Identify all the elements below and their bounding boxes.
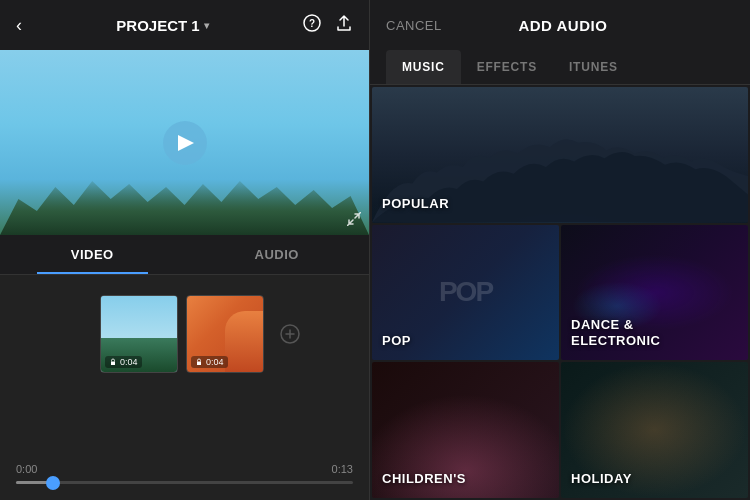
- svg-rect-3: [197, 362, 201, 366]
- time-end: 0:13: [332, 463, 353, 475]
- clip-1[interactable]: 0:04: [100, 295, 178, 373]
- add-audio-title: ADD AUDIO: [518, 17, 607, 34]
- progress-thumb[interactable]: [46, 476, 60, 490]
- timeline-area: 0:04 0:04 0:00 0:13: [0, 275, 369, 500]
- sub-tab-music[interactable]: MUSIC: [386, 50, 461, 84]
- time-start: 0:00: [16, 463, 37, 475]
- expand-icon[interactable]: [347, 212, 361, 229]
- lock-icon-2: [195, 358, 203, 366]
- clips-row: 0:04 0:04: [0, 275, 369, 373]
- svg-text:?: ?: [309, 18, 315, 29]
- popular-label: POPULAR: [382, 196, 449, 213]
- media-tabs: VIDEO AUDIO: [0, 235, 369, 275]
- header-icons: ?: [303, 14, 353, 36]
- cancel-button[interactable]: CANCEL: [386, 18, 442, 33]
- add-clip-button[interactable]: [272, 295, 308, 373]
- lock-icon: [109, 358, 117, 366]
- tab-audio[interactable]: AUDIO: [185, 235, 370, 274]
- play-button[interactable]: [163, 121, 207, 165]
- right-header: CANCEL ADD AUDIO: [370, 0, 750, 50]
- project-title-text: PROJECT 1: [116, 17, 199, 34]
- palm-trees-decoration: [0, 175, 369, 235]
- left-panel: ‹ PROJECT 1 ▾ ?: [0, 0, 370, 500]
- project-title-container[interactable]: PROJECT 1 ▾: [116, 17, 208, 34]
- pop-letters-decoration: POP: [439, 276, 492, 308]
- left-header: ‹ PROJECT 1 ▾ ?: [0, 0, 369, 50]
- genre-card-popular[interactable]: POPULAR: [372, 87, 748, 223]
- tab-video[interactable]: VIDEO: [0, 235, 185, 274]
- sub-tab-effects[interactable]: EFFECTS: [461, 50, 553, 84]
- share-icon[interactable]: [335, 14, 353, 36]
- video-preview: [0, 50, 369, 235]
- genre-card-dance[interactable]: DANCE & ELECTRONIC: [561, 225, 748, 361]
- progress-bar[interactable]: [16, 481, 353, 484]
- right-panel: CANCEL ADD AUDIO MUSIC EFFECTS ITUNES PO…: [370, 0, 750, 500]
- help-icon[interactable]: ?: [303, 14, 321, 36]
- genre-card-pop[interactable]: POP POP: [372, 225, 559, 361]
- genre-card-holiday[interactable]: HOLIDAY: [561, 362, 748, 498]
- music-grid: POPULAR POP POP DANCE & ELECTRONIC CHILD…: [370, 85, 750, 500]
- childrens-label: CHILDREN'S: [382, 471, 466, 488]
- progress-area: 0:00 0:13: [16, 463, 353, 484]
- dance-label: DANCE & ELECTRONIC: [571, 317, 661, 351]
- clip-2-duration: 0:04: [191, 356, 228, 368]
- play-triangle-icon: [178, 135, 194, 151]
- clip-2[interactable]: 0:04: [186, 295, 264, 373]
- clip-2-person: [225, 311, 263, 372]
- holiday-label: HOLIDAY: [571, 471, 632, 488]
- genre-card-childrens[interactable]: CHILDREN'S: [372, 362, 559, 498]
- clip-1-duration: 0:04: [105, 356, 142, 368]
- sub-tabs: MUSIC EFFECTS ITUNES: [370, 50, 750, 85]
- svg-rect-2: [111, 362, 115, 366]
- clip-1-sky: [101, 296, 177, 342]
- project-chevron-icon: ▾: [204, 20, 209, 31]
- pop-label: POP: [382, 333, 411, 350]
- back-button[interactable]: ‹: [16, 15, 22, 36]
- progress-times: 0:00 0:13: [16, 463, 353, 475]
- sub-tab-itunes[interactable]: ITUNES: [553, 50, 634, 84]
